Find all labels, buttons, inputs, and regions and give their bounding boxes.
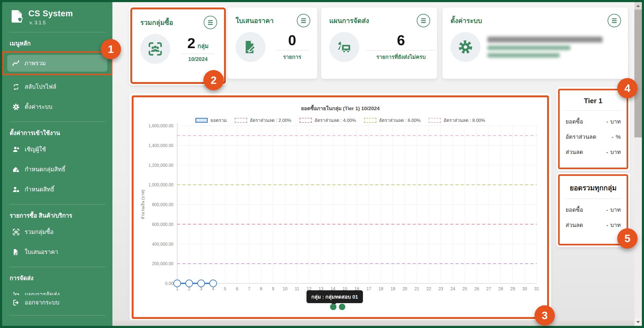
scrollbar-thumb[interactable] bbox=[634, 10, 642, 137]
purchase-chart: 0.00200,000.00400,000.00600,000.00800,00… bbox=[134, 97, 543, 313]
data-point[interactable] bbox=[186, 280, 193, 287]
main-content: รวมกลุ่มซื้อ 2กลุ่ม 10/2024 ใบเสนอราคา 0 bbox=[112, 2, 634, 326]
svg-text:7: 7 bbox=[248, 287, 250, 291]
app-brand: CS System v. 3.1.5 bbox=[2, 2, 112, 26]
app-version: v. 3.1.5 bbox=[29, 20, 73, 26]
row-value: -บาท bbox=[606, 221, 621, 229]
card-menu-button[interactable] bbox=[297, 14, 310, 27]
callout-badge-3: 3 bbox=[535, 305, 555, 326]
data-point[interactable] bbox=[174, 280, 181, 287]
data-point[interactable] bbox=[210, 280, 217, 287]
svg-text:10: 10 bbox=[283, 287, 287, 291]
row-label: ส่วนลด bbox=[566, 221, 583, 229]
redacted-text-line bbox=[487, 46, 570, 50]
gear-icon bbox=[450, 32, 480, 62]
sidebar-item-permission-groups[interactable]: กำหนดกลุ่มสิทธิ์ bbox=[7, 161, 107, 178]
callout-badge-2: 2 bbox=[203, 70, 224, 90]
sidebar-item-permissions[interactable]: กำหนดสิทธิ์ bbox=[7, 181, 107, 198]
sidebar-item-system-settings[interactable]: ตั้งค่าระบบ bbox=[7, 98, 107, 115]
card-menu-button[interactable] bbox=[608, 14, 621, 27]
svg-text:4: 4 bbox=[212, 287, 214, 291]
carousel-dot[interactable] bbox=[330, 304, 336, 310]
sidebar-item-label: สลับโปรไฟล์ bbox=[25, 82, 56, 91]
row-label: ส่วนลด bbox=[566, 148, 583, 156]
tier1-panel: Tier 1 ยอดซื้อ -บาท อัตราส่วนลด -% ส่วนล… bbox=[558, 89, 628, 169]
triangle-down-icon bbox=[636, 321, 640, 323]
svg-text:24: 24 bbox=[450, 287, 455, 291]
panel-title: ยอดรวมทุกกลุ่ม bbox=[560, 182, 627, 193]
house-lock-icon bbox=[12, 166, 20, 173]
panel-title: Tier 1 bbox=[560, 97, 627, 105]
callout-box-overview: ภาพรวม bbox=[2, 51, 112, 75]
row-label: อัตราส่วนลด bbox=[566, 132, 596, 141]
divider bbox=[9, 204, 105, 204]
panel-row: ส่วนลด -บาท bbox=[560, 221, 627, 229]
svg-text:25: 25 bbox=[463, 287, 467, 291]
sidebar-item-label: กำหนดกลุ่มสิทธิ์ bbox=[25, 165, 65, 174]
svg-text:23: 23 bbox=[438, 287, 443, 291]
sidebar-item-logout[interactable]: ออกจากระบบ bbox=[7, 294, 107, 311]
card-title: รวมกลุ่มซื้อ bbox=[140, 17, 173, 28]
sidebar-item-label: เชิญผู้ใช้ bbox=[25, 145, 46, 154]
svg-text:18: 18 bbox=[378, 287, 383, 291]
svg-text:1: 1 bbox=[176, 287, 179, 291]
sidebar-item-switch-profile[interactable]: สลับโปรไฟล์ bbox=[7, 78, 107, 95]
file-pen-icon bbox=[12, 248, 20, 256]
svg-text:22: 22 bbox=[426, 287, 431, 291]
divider bbox=[9, 122, 105, 122]
svg-text:19: 19 bbox=[391, 287, 395, 291]
sidebar-item-overview[interactable]: ภาพรวม bbox=[7, 55, 107, 72]
card-subtitle: 10/2024 bbox=[177, 56, 219, 62]
card-title: ตั้งค่าระบบ bbox=[450, 15, 482, 26]
divider bbox=[9, 32, 105, 32]
divider bbox=[565, 110, 621, 111]
chart-axes: 0.00200,000.00400,000.00600,000.00800,00… bbox=[141, 123, 539, 291]
scroll-down-button[interactable] bbox=[634, 318, 642, 326]
sidebar-item-label: ออกจากระบบ bbox=[25, 298, 59, 307]
users-viewfinder-icon bbox=[140, 34, 170, 64]
redacted-text-line bbox=[487, 53, 560, 57]
data-point[interactable] bbox=[198, 280, 205, 287]
sidebar-item-quotations[interactable]: ใบเสนอราคา bbox=[7, 244, 107, 260]
callout-badge-4: 4 bbox=[617, 78, 638, 98]
logout-icon bbox=[12, 299, 20, 306]
series-total[interactable] bbox=[174, 280, 217, 287]
sidebar-section-main-menu: เมนูหลัก bbox=[2, 39, 112, 48]
redacted-text-line bbox=[487, 37, 603, 43]
carousel-dot[interactable] bbox=[339, 304, 345, 310]
svg-text:29: 29 bbox=[510, 287, 515, 291]
card-quotations: ใบเสนอราคา 0 รายการ bbox=[228, 7, 317, 79]
card-title: ใบเสนอราคา bbox=[236, 15, 274, 26]
sidebar-item-invite-user[interactable]: เชิญผู้ใช้ bbox=[7, 141, 107, 158]
svg-text:0.00: 0.00 bbox=[165, 281, 173, 286]
card-menu-button[interactable] bbox=[204, 16, 217, 29]
svg-text:3: 3 bbox=[200, 287, 202, 291]
svg-text:200,000.00: 200,000.00 bbox=[152, 261, 173, 266]
app-logo-icon bbox=[10, 9, 24, 25]
sidebar-item-label: แผนการจัดส่ง bbox=[25, 290, 60, 295]
scroll-up-button[interactable] bbox=[634, 2, 642, 10]
vertical-scrollbar-track[interactable] bbox=[634, 2, 642, 326]
sidebar-item-buying-groups[interactable]: รวมกลุ่มซื้อ bbox=[7, 223, 107, 240]
card-shipping-plan: แผนการจัดส่ง 6 รายการที่ยังส่งไม่ครบ bbox=[321, 7, 437, 79]
divider bbox=[565, 199, 621, 199]
purchase-chart-card: ยอดซื้อภายในกลุ่ม (Tier 1) 10/2024 ยอดรว… bbox=[132, 95, 549, 319]
svg-text:2: 2 bbox=[188, 287, 190, 291]
horizontal-scrollbar-track[interactable] bbox=[112, 320, 634, 326]
company-info-redacted bbox=[487, 33, 603, 61]
row-value: -% bbox=[612, 134, 621, 140]
user-lock-icon bbox=[12, 186, 20, 193]
card-menu-button[interactable] bbox=[417, 14, 430, 27]
swap-icon bbox=[12, 83, 20, 91]
sidebar-item-label: ใบเสนอราคา bbox=[25, 247, 58, 257]
shipping-icon bbox=[329, 32, 359, 62]
callout-badge-1: 1 bbox=[101, 39, 121, 59]
panel-row: อัตราส่วนลด -% bbox=[560, 132, 627, 141]
sidebar-item-shipping-plan[interactable]: แผนการจัดส่ง bbox=[7, 286, 107, 295]
svg-text:26: 26 bbox=[474, 287, 479, 291]
svg-text:1,200,000.00: 1,200,000.00 bbox=[149, 163, 174, 168]
sidebar-section-access-settings: ตั้งค่าการเข้าใช้งาน bbox=[2, 128, 112, 138]
card-system-settings: ตั้งค่าระบบ bbox=[442, 7, 628, 79]
card-title: แผนการจัดส่ง bbox=[329, 15, 369, 26]
row-value: -บาท bbox=[606, 148, 621, 156]
